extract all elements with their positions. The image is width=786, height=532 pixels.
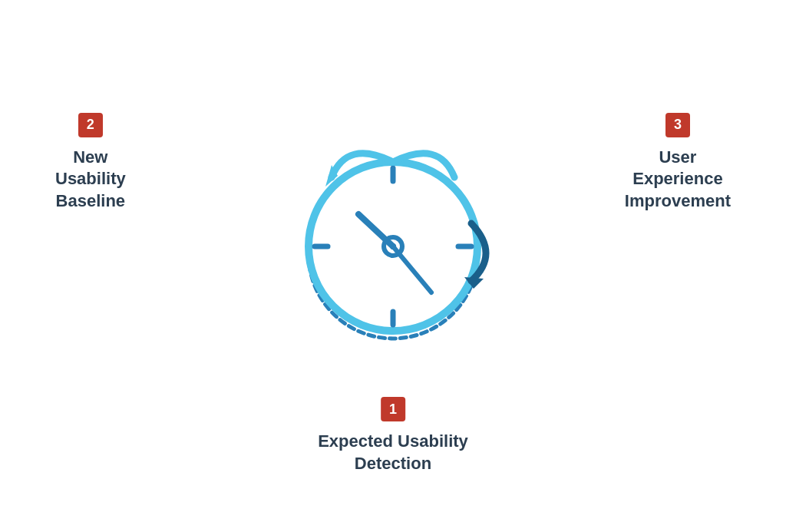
label-step2: 2 New Usability Baseline — [55, 113, 126, 213]
label-step3: 3 User Experience Improvement — [625, 113, 731, 213]
badge-2: 2 — [78, 113, 103, 137]
badge-3: 3 — [665, 113, 690, 137]
step3-text: User Experience Improvement — [625, 147, 731, 213]
badge-1: 1 — [381, 397, 405, 421]
label-step1: 1 Expected Usability Detection — [318, 397, 468, 474]
step2-text: New Usability Baseline — [55, 147, 126, 213]
step1-text: Expected Usability Detection — [318, 431, 468, 474]
diagram-container: 1 Expected Usability Detection 2 New Usa… — [48, 36, 738, 497]
svg-line-7 — [358, 214, 393, 246]
clock-illustration — [270, 131, 516, 377]
svg-line-8 — [393, 246, 431, 292]
